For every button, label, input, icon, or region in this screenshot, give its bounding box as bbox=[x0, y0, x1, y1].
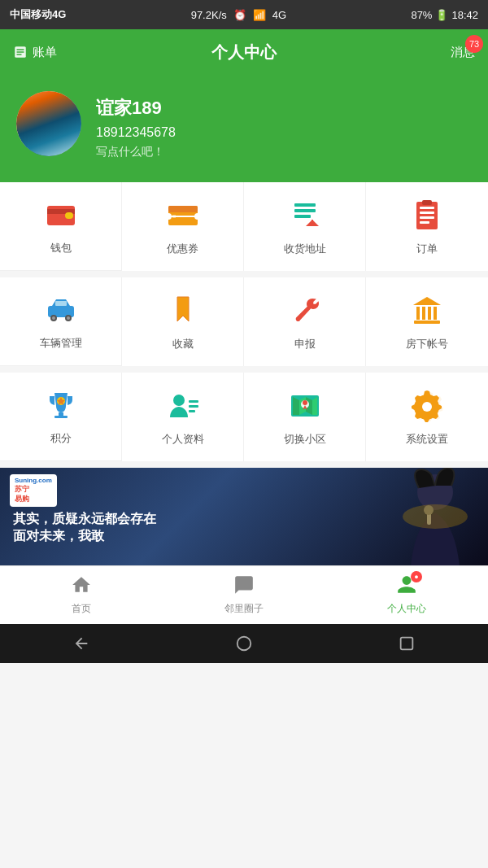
home-button[interactable] bbox=[233, 632, 255, 655]
trophy-icon bbox=[43, 387, 79, 423]
grid-item-bookmark[interactable]: 收藏 bbox=[122, 277, 244, 366]
svg-rect-53 bbox=[401, 638, 413, 650]
address-label: 收货地址 bbox=[284, 242, 326, 256]
svg-rect-6 bbox=[65, 212, 73, 219]
svg-point-28 bbox=[67, 316, 70, 320]
svg-rect-8 bbox=[168, 206, 198, 212]
grid-item-map[interactable]: 切换小区 bbox=[244, 373, 366, 461]
address-icon bbox=[287, 198, 323, 233]
grid-item-profile[interactable]: 个人资料 bbox=[122, 373, 244, 461]
grid-item-settings[interactable]: 系统设置 bbox=[366, 373, 488, 461]
chat-icon bbox=[233, 574, 255, 599]
svg-rect-35 bbox=[414, 321, 440, 324]
status-bar: 中国移动4G 97.2K/s ⏰ 📶 4G 87% 🔋 18:42 bbox=[0, 0, 488, 29]
order-icon bbox=[409, 198, 445, 233]
profile-badge: ● bbox=[411, 571, 422, 582]
user-icon: ● bbox=[396, 574, 417, 599]
nav-left-button[interactable]: 账单 bbox=[13, 45, 57, 60]
bank-icon bbox=[409, 293, 445, 329]
bookmark-icon bbox=[165, 293, 201, 329]
bio-label: 写点什么吧！ bbox=[96, 145, 176, 159]
message-badge: 73 bbox=[465, 35, 483, 53]
wifi-icon: 📶 bbox=[253, 9, 266, 21]
grid-section-2: 车辆管理 收藏 申报 bbox=[0, 277, 488, 366]
svg-rect-12 bbox=[172, 215, 176, 218]
svg-rect-43 bbox=[189, 410, 195, 412]
nav-right-button[interactable]: 消息 73 bbox=[451, 45, 475, 60]
grid-item-trophy[interactable]: 积分 bbox=[0, 373, 122, 461]
settings-icon bbox=[409, 388, 445, 424]
grid-item-wrench[interactable]: 申报 bbox=[244, 277, 366, 366]
nav-home[interactable]: 首页 bbox=[0, 566, 163, 624]
profile-header: 谊家189 18912345678 写点什么吧！ bbox=[0, 75, 488, 182]
avatar[interactable] bbox=[16, 91, 81, 156]
svg-rect-32 bbox=[422, 307, 425, 320]
svg-rect-36 bbox=[59, 412, 63, 416]
nav-title: 个人中心 bbox=[211, 41, 277, 63]
wrench-icon bbox=[287, 293, 323, 329]
system-bar bbox=[0, 624, 488, 663]
svg-rect-20 bbox=[420, 212, 434, 214]
grid-row-3: 积分 个人资料 bbox=[0, 373, 488, 461]
svg-rect-37 bbox=[54, 416, 68, 418]
battery-label: 87% bbox=[411, 9, 432, 21]
top-nav: 账单 个人中心 消息 73 bbox=[0, 29, 488, 75]
nav-community[interactable]: 邻里圈子 bbox=[163, 566, 325, 624]
grid-item-address[interactable]: 收货地址 bbox=[244, 182, 366, 271]
grid-row-1: 钱包 优惠券 bbox=[0, 182, 488, 271]
banner[interactable]: Suning.com 苏宁易购 其实，质疑永远都会存在 面对未来，我敢 bbox=[0, 468, 488, 565]
svg-rect-33 bbox=[428, 307, 431, 320]
svg-rect-1 bbox=[17, 49, 24, 50]
battery-icon: 🔋 bbox=[435, 9, 448, 21]
svg-rect-21 bbox=[420, 216, 434, 219]
grid-item-car[interactable]: 车辆管理 bbox=[0, 277, 122, 366]
banner-line2: 面对未来，我敢 bbox=[13, 528, 156, 545]
wallet-label: 钱包 bbox=[50, 241, 72, 255]
svg-rect-41 bbox=[189, 400, 198, 403]
signal-icon: 4G bbox=[272, 9, 286, 21]
nav-profile[interactable]: ● 个人中心 bbox=[325, 566, 488, 624]
wrench-label: 申报 bbox=[294, 337, 316, 351]
time-label: 18:42 bbox=[451, 9, 478, 21]
home-icon bbox=[71, 574, 92, 599]
svg-rect-31 bbox=[416, 307, 420, 320]
svg-rect-34 bbox=[434, 307, 437, 320]
grid-item-coupon[interactable]: 优惠券 bbox=[122, 182, 244, 271]
banner-line1: 其实，质疑永远都会存在 bbox=[13, 511, 156, 528]
bank-label: 房下帐号 bbox=[406, 337, 448, 351]
status-right: 87% 🔋 18:42 bbox=[411, 9, 478, 21]
speed-label: 97.2K/s bbox=[191, 9, 227, 21]
svg-point-46 bbox=[303, 400, 307, 405]
community-label: 邻里圈子 bbox=[224, 602, 264, 616]
recents-button[interactable] bbox=[395, 632, 418, 655]
grid-item-bank[interactable]: 房下帐号 bbox=[366, 277, 488, 366]
wallet-icon bbox=[43, 197, 79, 233]
svg-rect-3 bbox=[17, 54, 22, 55]
bottom-nav: 首页 邻里圈子 ● 个人中心 bbox=[0, 565, 488, 624]
svg-marker-30 bbox=[413, 297, 441, 305]
home-label: 首页 bbox=[72, 602, 91, 616]
back-button[interactable] bbox=[70, 632, 93, 655]
clock-icon: ⏰ bbox=[233, 9, 246, 21]
banner-text: 其实，质疑永远都会存在 面对未来，我敢 bbox=[13, 511, 156, 545]
grid-section-3: 积分 个人资料 bbox=[0, 373, 488, 461]
grid-item-wallet[interactable]: 钱包 bbox=[0, 182, 122, 271]
svg-rect-14 bbox=[294, 209, 316, 212]
grid-item-order[interactable]: 订单 bbox=[366, 182, 488, 271]
grid-row-2: 车辆管理 收藏 申报 bbox=[0, 277, 488, 366]
svg-rect-17 bbox=[312, 220, 313, 226]
bookmark-label: 收藏 bbox=[172, 337, 194, 351]
trophy-label: 积分 bbox=[50, 431, 72, 446]
svg-point-47 bbox=[422, 402, 432, 412]
svg-point-40 bbox=[173, 395, 185, 406]
map-icon bbox=[287, 388, 323, 424]
status-center: 97.2K/s ⏰ 📶 4G bbox=[191, 9, 286, 21]
svg-rect-22 bbox=[420, 221, 429, 224]
svg-rect-18 bbox=[416, 202, 438, 229]
profile-nav-label: 个人中心 bbox=[387, 602, 426, 616]
username-label: 谊家189 bbox=[96, 96, 176, 120]
profile-icon bbox=[165, 388, 201, 424]
coupon-label: 优惠券 bbox=[167, 242, 198, 256]
svg-rect-2 bbox=[17, 51, 24, 53]
map-label: 切换小区 bbox=[284, 432, 326, 447]
